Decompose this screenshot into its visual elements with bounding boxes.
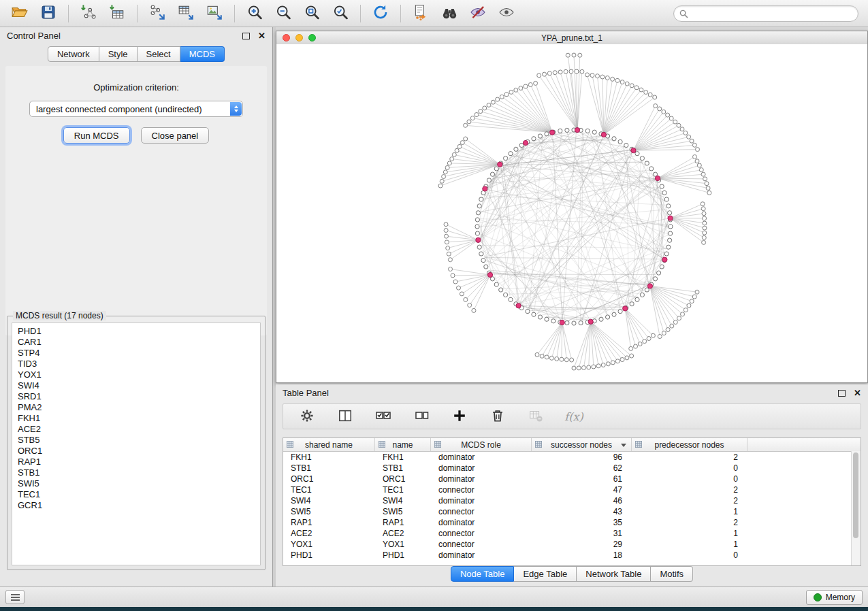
tab-node-table[interactable]: Node Table [451, 566, 515, 582]
leaf-node[interactable] [630, 354, 634, 358]
float-table-panel-icon[interactable] [838, 390, 846, 397]
table-cell[interactable]: YOX1 [283, 540, 375, 549]
close-panel-button[interactable]: Close panel [141, 127, 210, 144]
network-node[interactable] [668, 211, 672, 215]
mcds-result-item[interactable]: TEC1 [12, 489, 260, 500]
table-cell[interactable]: 96 [532, 452, 632, 462]
leaf-node[interactable] [690, 299, 694, 303]
show-graphics-details-button[interactable] [494, 3, 519, 24]
network-node[interactable] [662, 191, 666, 195]
leaf-node[interactable] [596, 74, 600, 78]
table-cell[interactable]: 47 [532, 485, 632, 495]
network-node[interactable] [484, 265, 488, 269]
leaf-node[interactable] [467, 120, 471, 124]
column-header-MCDS-role[interactable]: MCDS role [431, 438, 532, 451]
search-box[interactable] [673, 5, 858, 22]
network-node[interactable] [579, 321, 583, 325]
network-node[interactable] [599, 317, 603, 321]
leaf-node[interactable] [447, 252, 451, 256]
table-cell[interactable]: RAP1 [283, 518, 375, 527]
table-cell[interactable]: FKH1 [283, 452, 375, 462]
leaf-node[interactable] [445, 240, 449, 244]
leaf-node[interactable] [447, 161, 451, 165]
mcds-result-item[interactable]: FKH1 [12, 413, 260, 424]
dominator-node[interactable] [575, 128, 579, 133]
column-header-name[interactable]: name [375, 438, 431, 451]
dominator-node[interactable] [516, 303, 521, 308]
table-scrollbar-thumb[interactable] [853, 452, 858, 538]
leaf-node[interactable] [444, 229, 448, 233]
leaf-node[interactable] [703, 231, 707, 235]
leaf-node[interactable] [702, 235, 706, 240]
table-cell[interactable]: 62 [532, 463, 632, 473]
select-all-rows-button[interactable] [371, 406, 396, 427]
leaf-node[interactable] [677, 123, 681, 127]
leaf-node[interactable] [475, 113, 479, 117]
table-cell[interactable]: 46 [532, 496, 632, 506]
leaf-node[interactable] [448, 258, 452, 262]
mcds-result-item[interactable]: ORC1 [12, 446, 260, 457]
leaf-node[interactable] [438, 184, 443, 188]
table-cell[interactable]: dominator [431, 550, 532, 560]
network-node[interactable] [514, 147, 518, 151]
mcds-result-item[interactable]: RAP1 [12, 457, 260, 467]
leaf-node[interactable] [666, 328, 670, 332]
table-cell[interactable]: FKH1 [375, 452, 431, 462]
leaf-node[interactable] [444, 222, 448, 227]
leaf-node[interactable] [707, 191, 711, 195]
network-node[interactable] [477, 204, 481, 208]
leaf-node[interactable] [680, 127, 684, 131]
network-node[interactable] [612, 312, 616, 316]
network-node[interactable] [612, 137, 616, 141]
leaf-node[interactable] [537, 73, 541, 78]
leaf-node[interactable] [696, 148, 700, 152]
leaf-node[interactable] [509, 90, 513, 94]
leaf-node[interactable] [457, 286, 461, 290]
column-header-shared-name[interactable]: shared name [283, 438, 375, 451]
leaf-node[interactable] [575, 69, 579, 73]
leaf-node[interactable] [692, 143, 696, 147]
table-cell[interactable]: ORC1 [283, 474, 375, 484]
leaf-node[interactable] [615, 359, 620, 363]
leaf-node[interactable] [695, 290, 699, 294]
network-node[interactable] [640, 293, 644, 297]
tab-network[interactable]: Network [48, 46, 99, 62]
zoom-out-button[interactable] [271, 3, 295, 24]
table-cell[interactable]: ORC1 [375, 474, 431, 484]
leaf-node[interactable] [699, 168, 703, 172]
network-node[interactable] [649, 167, 654, 171]
network-node[interactable] [565, 321, 569, 325]
table-cell[interactable]: connector [431, 540, 532, 549]
leaf-node[interactable] [666, 113, 670, 117]
zoom-fit-button[interactable] [300, 3, 324, 24]
leaf-node[interactable] [658, 107, 662, 111]
leaf-node[interactable] [601, 363, 605, 367]
leaf-node[interactable] [703, 216, 707, 220]
leaf-node[interactable] [580, 69, 584, 73]
network-node[interactable] [618, 139, 622, 144]
leaf-node[interactable] [464, 137, 468, 141]
network-node[interactable] [551, 319, 556, 323]
table-cell[interactable]: connector [431, 529, 532, 538]
network-canvas[interactable] [276, 44, 867, 382]
leaf-node[interactable] [443, 170, 447, 174]
leaf-node[interactable] [560, 357, 564, 361]
leaf-node[interactable] [677, 316, 681, 320]
table-cell[interactable]: STB1 [375, 463, 431, 473]
leaf-node[interactable] [630, 84, 634, 88]
network-node[interactable] [476, 211, 480, 215]
network-node[interactable] [666, 204, 671, 208]
network-node[interactable] [669, 225, 673, 229]
table-cell[interactable]: 2 [632, 485, 748, 495]
network-node[interactable] [653, 277, 657, 281]
leaf-node[interactable] [535, 352, 539, 357]
leaf-node[interactable] [687, 135, 691, 139]
close-table-panel-icon[interactable]: ✕ [854, 389, 861, 397]
network-node[interactable] [509, 152, 513, 156]
leaf-node[interactable] [695, 159, 699, 163]
leaf-node[interactable] [451, 274, 455, 278]
leaf-node[interactable] [440, 179, 444, 183]
network-node[interactable] [592, 130, 596, 134]
table-cell[interactable]: connector [431, 507, 532, 516]
leaf-node[interactable] [653, 95, 657, 99]
